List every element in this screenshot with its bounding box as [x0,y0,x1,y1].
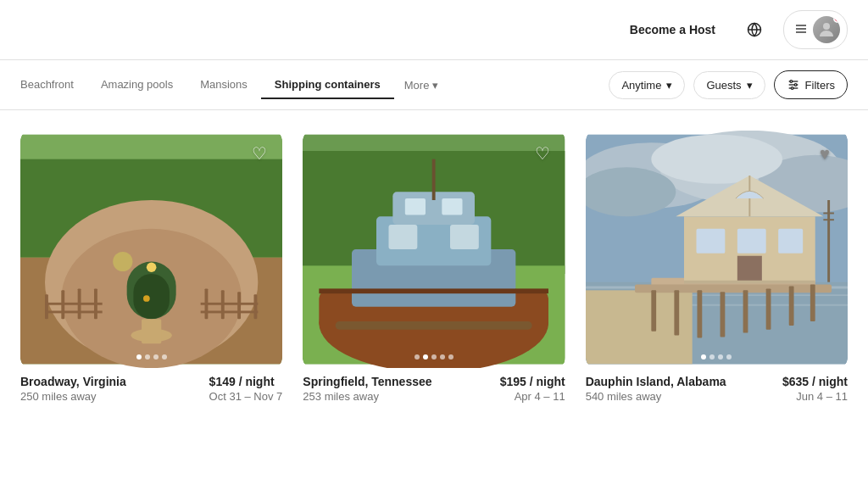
more-categories-button[interactable]: More ▾ [394,72,449,98]
svg-rect-46 [405,198,426,215]
notification-badge: 1 [833,16,840,23]
svg-rect-77 [778,229,803,254]
listing-location: Broadway, Virginia [20,375,126,388]
svg-rect-34 [142,319,161,343]
svg-rect-63 [635,285,832,293]
listing-price: $635 / night [782,375,848,388]
dot-1 [701,354,706,360]
svg-rect-79 [684,281,815,284]
svg-rect-27 [237,292,241,319]
svg-rect-76 [737,229,765,254]
user-menu-button[interactable]: 1 [783,10,848,49]
svg-rect-50 [336,321,532,330]
listing-card[interactable]: ♡ Springfield, Tennessee 253 miles away … [303,131,565,403]
listing-left: Dauphin Island, Alabama 540 miles away [586,375,726,403]
listing-info: Broadway, Virginia 250 miles away $149 /… [20,375,282,403]
anytime-filter-button[interactable]: Anytime ▾ [609,71,685,99]
anytime-chevron-icon: ▾ [666,79,672,92]
listing-right: $635 / night Jun 4 – 11 [782,375,848,403]
dot-1 [136,354,142,360]
chevron-down-icon: ▾ [432,79,438,92]
svg-rect-75 [696,229,725,254]
category-item-beachfront[interactable]: Beachfront [20,71,87,99]
heart-icon: ♡ [252,143,267,164]
filters-button[interactable]: Filters [774,70,848,99]
category-item-amazing-pools[interactable]: Amazing pools [87,71,186,99]
listing-right: $195 / night Apr 4 – 11 [500,375,565,403]
listing-price: $149 / night [209,375,283,388]
svg-point-10 [794,84,797,86]
svg-point-9 [790,81,793,83]
dot-1 [415,354,420,360]
category-list: Beachfront Amazing pools Mansions Shippi… [20,71,609,99]
wishlist-heart-button[interactable]: ♡ [247,141,272,166]
listing-right: $149 / night Oct 31 – Nov 7 [209,375,283,403]
filters-label: Filters [805,79,835,92]
svg-point-20 [113,252,132,271]
listing-image: ♡ [20,131,282,368]
svg-point-5 [823,23,830,30]
dot-3 [431,354,437,360]
svg-rect-32 [201,310,259,313]
guests-filter-button[interactable]: Guests ▾ [693,71,765,99]
listings-grid: ♡ Broadway, Virginia 250 miles away $149… [0,110,868,416]
svg-rect-47 [442,198,463,215]
listing-card[interactable]: ♥ Dauphin Island, Alabama 540 miles away… [586,131,848,403]
header: Become a Host 1 [0,0,868,60]
dot-3 [153,354,159,360]
listing-distance: 250 miles away [20,390,126,403]
dot-4 [162,354,167,360]
svg-point-56 [651,135,782,184]
language-selector-button[interactable] [739,14,770,45]
listing-location: Springfield, Tennessee [303,375,431,388]
listing-image: ♥ [586,131,848,368]
dot-2 [145,354,150,360]
guests-chevron-icon: ▾ [747,79,753,92]
svg-rect-71 [810,285,815,322]
become-host-link[interactable]: Become a Host [620,16,726,43]
listing-price: $195 / night [500,375,565,388]
dot-4 [440,354,445,360]
svg-rect-21 [45,294,48,319]
svg-rect-65 [674,290,679,335]
hamburger-icon [794,22,808,38]
category-item-mansions[interactable]: Mansions [186,71,261,99]
listing-left: Broadway, Virginia 250 miles away [20,375,126,403]
svg-rect-43 [389,225,418,249]
wishlist-heart-button[interactable]: ♥ [812,141,837,166]
more-label: More [404,79,430,92]
listing-card[interactable]: ♡ Broadway, Virginia 250 miles away $149… [20,131,282,403]
image-dots [415,354,453,360]
listing-location: Dauphin Island, Alabama [586,375,726,388]
avatar: 1 [813,16,840,43]
listing-dates: Oct 31 – Nov 7 [209,390,283,403]
dot-5 [448,354,453,360]
svg-rect-64 [651,290,656,331]
svg-rect-29 [45,303,103,305]
category-nav: Beachfront Amazing pools Mansions Shippi… [0,60,868,110]
listing-left: Springfield, Tennessee 253 miles away [303,375,431,403]
svg-rect-69 [765,288,771,329]
dot-2 [709,354,715,360]
category-item-shipping-containers[interactable]: Shipping containers [261,71,394,99]
svg-rect-49 [320,288,549,293]
svg-rect-78 [737,256,761,282]
listing-info: Dauphin Island, Alabama 540 miles away $… [586,375,848,403]
heart-icon: ♥ [820,144,830,164]
dot-3 [718,354,723,360]
listing-dates: Jun 4 – 11 [782,390,848,403]
svg-rect-66 [697,290,702,337]
listing-info: Springfield, Tennessee 253 miles away $1… [303,375,565,403]
svg-rect-67 [720,292,725,337]
tune-icon [787,78,800,92]
listing-distance: 253 miles away [303,390,431,403]
guests-label: Guests [706,79,741,92]
filter-controls: Anytime ▾ Guests ▾ Filters [609,70,848,99]
svg-rect-30 [45,310,103,313]
listing-distance: 540 miles away [586,390,726,403]
svg-point-11 [791,87,793,90]
svg-point-19 [143,295,150,302]
globe-icon [747,22,762,37]
wishlist-heart-button[interactable]: ♡ [530,141,555,166]
image-dots [701,354,732,360]
